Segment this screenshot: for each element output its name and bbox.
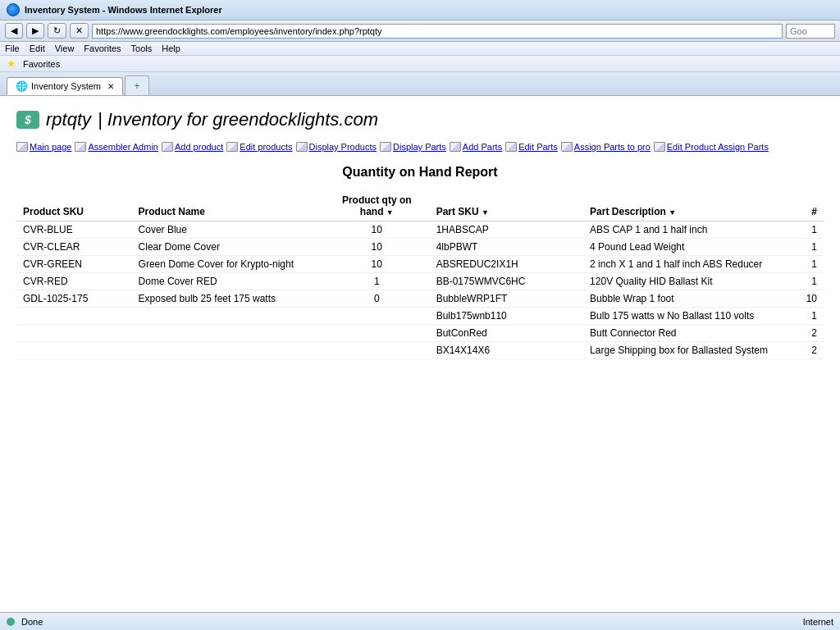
add-product-nav-icon bbox=[162, 142, 173, 152]
edit-products-nav-icon bbox=[226, 142, 238, 152]
product-name-cell: Dome Cover RED bbox=[132, 273, 324, 290]
nav-display-products[interactable]: Display Products bbox=[309, 142, 377, 152]
product-qty-cell: 0 bbox=[324, 290, 430, 308]
part-desc-cell: Large Shipping box for Ballasted System bbox=[583, 342, 795, 359]
product-sku-cell: CVR-BLUE bbox=[16, 221, 132, 239]
table-row: BX14X14X6Large Shipping box for Ballaste… bbox=[16, 342, 824, 359]
assign-parts-nav-icon bbox=[561, 142, 573, 152]
part-sku-cell: ButConRed bbox=[430, 325, 583, 342]
part-desc-cell: 120V Quality HID Ballast Kit bbox=[583, 273, 795, 290]
menu-favorites[interactable]: Favorites bbox=[84, 43, 121, 53]
tab-close-icon[interactable]: ✕ bbox=[107, 82, 114, 91]
product-name-cell bbox=[132, 325, 324, 342]
col-header-product-sku: Product SKU bbox=[16, 191, 132, 221]
product-sku-cell bbox=[16, 325, 132, 342]
product-sku-cell: CVR-RED bbox=[16, 273, 132, 290]
part-num-cell: 1 bbox=[795, 239, 824, 256]
stop-button[interactable]: ✕ bbox=[70, 23, 89, 39]
col-header-num: # bbox=[795, 191, 824, 221]
menu-tools[interactable]: Tools bbox=[131, 43, 153, 53]
part-desc-sort-icon[interactable]: ▼ bbox=[669, 208, 676, 217]
part-desc-cell: ABS CAP 1 and 1 half inch bbox=[583, 221, 795, 239]
col-header-part-desc: Part Description ▼ bbox=[583, 191, 795, 221]
favorites-label[interactable]: Favorites bbox=[23, 59, 60, 69]
part-sku-cell: BX14X14X6 bbox=[430, 342, 583, 359]
part-num-cell: 2 bbox=[795, 325, 824, 342]
product-qty-cell: 10 bbox=[324, 256, 430, 273]
product-qty-cell bbox=[324, 308, 430, 325]
search-input[interactable] bbox=[786, 24, 835, 39]
page-header: $ rptqty | Inventory for greendocklights… bbox=[16, 109, 824, 130]
table-row: ButConRedButt Connector Red2 bbox=[16, 325, 824, 342]
part-desc-cell: 2 inch X 1 and 1 half inch ABS Reducer bbox=[583, 256, 795, 273]
page-content: $ rptqty | Inventory for greendocklights… bbox=[0, 96, 840, 578]
product-name-cell: Exposed bulb 25 feet 175 watts bbox=[132, 290, 324, 308]
table-row: CVR-BLUECover Blue101HABSCAPABS CAP 1 an… bbox=[16, 221, 824, 239]
part-num-cell: 1 bbox=[795, 221, 824, 239]
part-num-cell: 1 bbox=[795, 273, 824, 290]
nav-edit-assign[interactable]: Edit Product Assign Parts bbox=[667, 142, 769, 152]
refresh-button[interactable]: ↻ bbox=[48, 23, 66, 39]
part-sku-cell: Bulb175wnb110 bbox=[430, 308, 583, 325]
nav-main-page[interactable]: Main page bbox=[30, 142, 71, 152]
product-name-cell: Cover Blue bbox=[132, 221, 324, 239]
col-header-part-sku: Part SKU ▼ bbox=[430, 191, 583, 221]
product-sku-cell: CVR-GREEN bbox=[16, 256, 132, 273]
part-sku-sort-icon[interactable]: ▼ bbox=[482, 208, 489, 217]
menu-file[interactable]: File bbox=[5, 43, 20, 53]
nav-bar: ◀ ▶ ↻ ✕ bbox=[0, 21, 840, 42]
part-sku-cell: BB-0175WMVC6HC bbox=[430, 273, 583, 290]
table-row: CVR-GREENGreen Dome Cover for Krypto-nig… bbox=[16, 256, 824, 273]
part-num-cell: 1 bbox=[795, 256, 824, 273]
part-num-cell: 1 bbox=[795, 308, 824, 325]
nav-edit-parts[interactable]: Edit Parts bbox=[518, 142, 558, 152]
main-page-nav-icon bbox=[16, 142, 28, 152]
part-num-cell: 10 bbox=[795, 290, 824, 308]
product-sku-cell bbox=[16, 342, 132, 359]
display-products-nav-icon bbox=[296, 142, 308, 152]
part-desc-cell: Bulb 175 watts w No Ballast 110 volts bbox=[583, 308, 795, 325]
nav-edit-products[interactable]: Edit products bbox=[240, 142, 292, 152]
back-button[interactable]: ◀ bbox=[5, 23, 23, 39]
product-qty-cell bbox=[324, 325, 430, 342]
product-sku-cell bbox=[16, 308, 132, 325]
active-tab[interactable]: 🌐 Inventory System ✕ bbox=[7, 77, 123, 95]
part-desc-cell: 4 Pound Lead Weight bbox=[583, 239, 795, 256]
menu-help[interactable]: Help bbox=[162, 43, 180, 53]
nav-add-product[interactable]: Add product bbox=[175, 142, 223, 152]
nav-assign-parts[interactable]: Assign Parts to pro bbox=[574, 142, 651, 152]
nav-display-parts[interactable]: Display Parts bbox=[393, 142, 446, 152]
product-name-cell bbox=[132, 308, 324, 325]
product-qty-cell: 10 bbox=[324, 221, 430, 239]
table-row: CVR-CLEARClear Dome Cover104lbPBWT4 Poun… bbox=[16, 239, 824, 256]
new-tab-button[interactable]: + bbox=[125, 75, 149, 95]
product-qty-cell: 10 bbox=[324, 239, 430, 256]
nav-add-parts[interactable]: Add Parts bbox=[463, 142, 502, 152]
favorites-bar: ★ Favorites bbox=[0, 56, 840, 72]
qty-sort-icon[interactable]: ▼ bbox=[386, 208, 394, 217]
product-sku-cell: GDL-1025-175 bbox=[16, 290, 132, 308]
address-bar bbox=[92, 24, 783, 39]
nav-assembler-admin[interactable]: Assembler Admin bbox=[88, 142, 158, 152]
col-header-product-qty: Product qty on hand ▼ bbox=[324, 191, 430, 221]
browser-title: Inventory System - Windows Internet Expl… bbox=[25, 5, 222, 15]
part-num-cell: 2 bbox=[795, 342, 824, 359]
address-input[interactable] bbox=[92, 24, 783, 39]
part-desc-cell: Butt Connector Red bbox=[583, 325, 795, 342]
tab-label: Inventory System bbox=[31, 81, 101, 91]
star-icon: ★ bbox=[7, 57, 16, 70]
report-title: Quantity on Hand Report bbox=[16, 165, 824, 180]
assembler-admin-nav-icon bbox=[75, 142, 86, 152]
part-sku-cell: ABSREDUC2IX1H bbox=[430, 256, 583, 273]
add-parts-nav-icon bbox=[450, 142, 461, 152]
page-title-text: | Inventory for greendocklights.com bbox=[98, 109, 378, 130]
product-name-cell bbox=[132, 342, 324, 359]
menu-view[interactable]: View bbox=[55, 43, 75, 53]
part-sku-cell: 4lbPBWT bbox=[430, 239, 583, 256]
product-qty-cell bbox=[324, 342, 430, 359]
menu-edit[interactable]: Edit bbox=[30, 43, 45, 53]
product-qty-cell: 1 bbox=[324, 273, 430, 290]
forward-button[interactable]: ▶ bbox=[26, 23, 44, 39]
money-icon: $ bbox=[16, 111, 39, 129]
display-parts-nav-icon bbox=[380, 142, 391, 152]
